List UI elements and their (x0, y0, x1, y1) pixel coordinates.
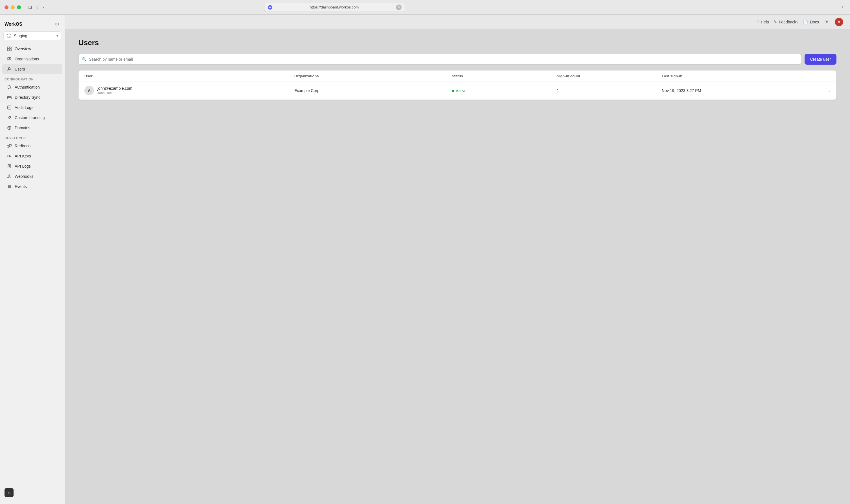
config-section-label: CONFIGURATION (0, 74, 65, 82)
url-bar[interactable]: W https://dashboard.workos.com ⊕ (264, 3, 405, 12)
user-cell: A john@example.com John Doe (84, 86, 294, 95)
sidebar-item-users[interactable]: Users (2, 64, 62, 74)
maximize-button[interactable] (17, 5, 21, 9)
sidebar-item-label: Audit Logs (15, 105, 33, 110)
sidebar-item-label: Webhooks (15, 174, 33, 179)
table-row[interactable]: A john@example.com John Doe Example Corp… (79, 82, 836, 100)
feedback-icon: ✎ (774, 19, 777, 24)
url-text: https://dashboard.workos.com (275, 5, 394, 9)
users-table: User Organizations Status Sign-in count … (78, 70, 836, 100)
titlebar-actions: + (839, 3, 846, 11)
sidebar-item-label: Authentication (15, 85, 40, 89)
sidebar-item-authentication[interactable]: Authentication (2, 83, 62, 92)
favicon: W (268, 5, 272, 10)
sidebar-item-redirects[interactable]: Redirects (2, 141, 62, 151)
chevron-down-icon: ▾ (56, 34, 58, 38)
settings-button[interactable]: ⚙ (54, 20, 60, 28)
sidebar-item-label: API Keys (15, 154, 31, 158)
new-tab-button[interactable]: + (839, 3, 846, 11)
sidebar-item-webhooks[interactable]: Webhooks (2, 172, 62, 181)
svg-rect-15 (8, 164, 11, 168)
svg-rect-3 (7, 49, 9, 51)
feedback-label: Feedback? (779, 20, 798, 24)
titlebar: ⊡ ‹ › W https://dashboard.workos.com ⊕ + (0, 0, 850, 15)
svg-rect-9 (7, 106, 11, 109)
status-dot (452, 90, 454, 92)
user-last-signin: Nov 19, 2023 3:27 PM (662, 88, 819, 93)
key-icon (7, 154, 12, 159)
brand-name: WorkOS (4, 22, 22, 27)
user-organizations: Example Corp (294, 88, 452, 93)
env-name: Staging (14, 34, 54, 38)
sidebar-item-label: Domains (15, 126, 30, 130)
sidebar-item-events[interactable]: Events (2, 182, 62, 191)
topnav: ? Help ✎ Feedback? 📄 Docs ☀ A (65, 15, 850, 29)
status-text: Active (456, 89, 467, 93)
search-input-wrap: 🔍 (78, 54, 801, 65)
developer-section-label: DEVELOPER (0, 133, 65, 141)
sidebar-item-custom-branding[interactable]: Custom branding (2, 113, 62, 123)
sidebar-item-label: Events (15, 184, 27, 189)
svg-point-6 (9, 57, 11, 59)
sidebar-item-label: Overview (15, 47, 31, 51)
url-share-icon: ⊕ (396, 4, 402, 10)
user-info: john@example.com John Doe (97, 86, 132, 95)
app: WorkOS ⚙ Staging ▾ (0, 15, 850, 504)
workos-logo-icon[interactable]: ◇ (4, 488, 14, 497)
sidebar-header: WorkOS ⚙ (0, 18, 65, 31)
doc-icon (7, 164, 12, 169)
svg-point-5 (7, 57, 9, 59)
list-icon (7, 184, 12, 189)
help-link[interactable]: ? Help (757, 19, 769, 24)
sidebar-item-api-logs[interactable]: API Logs (2, 161, 62, 171)
main-content: ? Help ✎ Feedback? 📄 Docs ☀ A Users 🔍 (65, 15, 850, 504)
svg-point-7 (8, 68, 10, 69)
sidebar-item-label: Organizations (15, 57, 39, 61)
table-header: User Organizations Status Sign-in count … (79, 71, 836, 82)
col-status: Status (452, 74, 557, 78)
user-avatar: A (84, 86, 94, 95)
sidebar: WorkOS ⚙ Staging ▾ (0, 15, 65, 504)
sidebar-item-directory-sync[interactable]: Directory Sync (2, 93, 62, 102)
col-signin-count: Sign-in count (557, 74, 662, 78)
link-icon (7, 143, 12, 148)
docs-link[interactable]: 📄 Docs (803, 19, 819, 24)
user-name: John Doe (97, 91, 132, 95)
forward-button[interactable]: › (41, 3, 46, 11)
avatar-letter: A (837, 20, 840, 24)
col-actions (819, 74, 831, 78)
col-organizations: Organizations (294, 74, 452, 78)
help-icon: ? (757, 19, 759, 24)
user-email: john@example.com (97, 86, 132, 91)
feedback-link[interactable]: ✎ Feedback? (774, 19, 798, 24)
sidebar-item-label: Directory Sync (15, 95, 40, 100)
back-button[interactable]: ‹ (35, 3, 39, 11)
shield-icon (7, 85, 12, 90)
close-button[interactable] (4, 5, 8, 9)
search-input[interactable] (78, 54, 801, 65)
page: Users 🔍 Create user User Organizations S… (65, 29, 850, 109)
avatar[interactable]: A (835, 18, 843, 26)
docs-icon: 📄 (803, 19, 808, 24)
sidebar-item-overview[interactable]: Overview (2, 44, 62, 54)
theme-toggle-button[interactable]: ☀ (824, 18, 830, 26)
user-icon (7, 67, 12, 72)
user-status: Active (452, 88, 557, 93)
brush-icon (7, 115, 12, 120)
docs-label: Docs (810, 20, 819, 24)
env-selector[interactable]: Staging ▾ (3, 31, 61, 40)
svg-point-20 (9, 175, 10, 176)
sidebar-toggle-button[interactable]: ⊡ (26, 3, 34, 11)
sidebar-item-audit-logs[interactable]: Audit Logs (2, 103, 62, 112)
sidebar-item-domains[interactable]: Domains (2, 123, 62, 133)
svg-rect-2 (10, 47, 11, 49)
sidebar-item-label: API Logs (15, 164, 31, 168)
minimize-button[interactable] (11, 5, 15, 9)
user-signin-count: 1 (557, 88, 662, 93)
search-bar-row: 🔍 Create user (78, 54, 836, 65)
create-user-button[interactable]: Create user (804, 54, 836, 65)
grid-icon (7, 46, 12, 51)
sidebar-item-api-keys[interactable]: API Keys (2, 151, 62, 161)
sidebar-item-organizations[interactable]: Organizations (2, 54, 62, 64)
sidebar-item-label: Custom branding (15, 115, 45, 120)
